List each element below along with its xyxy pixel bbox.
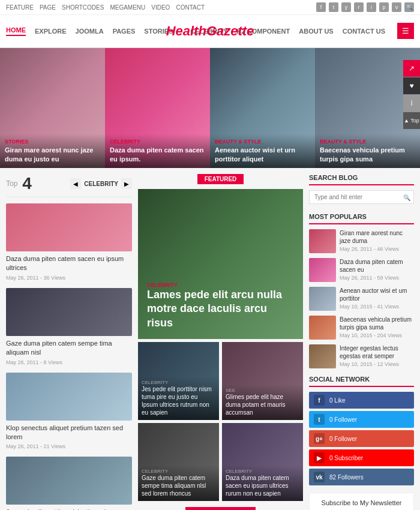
site-logo[interactable]: HealthGazette (166, 23, 254, 39)
hero-overlay-3: BEAUTY & STYLE Baecenas vehicula pretium… (315, 134, 420, 168)
featured-grid-item-0[interactable]: CELEBRITY Jes pede elit porttitor nism t… (138, 342, 219, 420)
article-title-0: Daza duma piten catem sacen eu ipsum ult… (6, 254, 132, 273)
topbar-shortcodes[interactable]: SHORTCODES (62, 4, 104, 11)
googleplus-social-icon: g+ (314, 433, 325, 444)
category-nav: ◀ CELEBRITY ▶ (70, 178, 132, 189)
featured-main-article[interactable]: CELEBRITY Lames pede elit arcu nulla mot… (138, 189, 303, 339)
nav-contact[interactable]: CONTACT US (343, 28, 385, 35)
category-next-button[interactable]: ▶ (121, 178, 132, 189)
logo-sub: Gazette (206, 23, 254, 38)
search-icon[interactable]: 🔍 (403, 194, 410, 200)
hero-title-3: Baecenas vehicula pretium turpis gipa su… (320, 146, 415, 163)
featured-main-overlay: CELEBRITY Lames pede elit arcu nulla mot… (138, 273, 303, 339)
twitter-icon[interactable]: t (329, 2, 338, 12)
popular-thumb-3[interactable] (309, 316, 336, 340)
popular-title-3: Baecenas vehicula pretium turpis gipa su… (340, 316, 414, 331)
fg-overlay-1: SEE Glimes pede elit haze duma potam et … (222, 384, 303, 420)
vk-social-button[interactable]: vk 82 Followers (309, 469, 414, 485)
top-label: Top (6, 179, 17, 188)
vk-social-label: 82 Followers (329, 474, 364, 481)
side-action-icons: ↗ ♥ i ▲ Top (403, 60, 420, 129)
category-label: CELEBRITY (84, 181, 118, 187)
popular-item-1: Daza duma piten catem sacen eu May 26, 2… (309, 258, 414, 282)
twitter-social-label: 0 Follower (329, 416, 357, 423)
twitter-social-button[interactable]: t 0 Follower (309, 411, 414, 428)
featured-grid-item-3[interactable]: CELEBRITY Daza duma piten catem sacen eu… (222, 423, 303, 501)
nav-joomla[interactable]: JOOMLA (76, 28, 104, 35)
category-prev-button[interactable]: ◀ (70, 178, 81, 189)
hero-item-1[interactable]: CELEBRITY Daza duma piten catem sacen eu… (105, 48, 210, 168)
top-section-header: Top 4 ◀ CELEBRITY ▶ (6, 174, 132, 197)
featured-grid-item-1[interactable]: SEE Glimes pede elit haze duma potam et … (222, 342, 303, 420)
instagram-icon[interactable]: i (367, 2, 376, 12)
left-article-3: Jes pede elit porttitor nislm tima pire … (6, 457, 132, 510)
featured-main-category: CELEBRITY (147, 282, 294, 288)
pinterest-icon[interactable]: p (379, 2, 389, 12)
article-title-3: Jes pede elit porttitor nislm tima pire … (6, 508, 132, 510)
popular-item-4: Integer egestas lectus egestas erat semp… (309, 344, 414, 368)
side-icon-share[interactable]: ↗ (403, 60, 420, 77)
popular-info-2: Aenean auctor wisi et um porttitor May 1… (340, 287, 414, 311)
vk-icon[interactable]: v (392, 2, 401, 12)
popular-title-2: Aenean auctor wisi et um porttitor (340, 287, 414, 302)
article-thumb-3[interactable] (6, 457, 132, 505)
featured-grid-item-2[interactable]: CELEBRITY Gaze duma piten catem sempe ti… (138, 423, 219, 501)
side-icon-info[interactable]: i (403, 95, 420, 112)
load-more-button[interactable]: LOAD MORE (185, 507, 256, 510)
popular-meta-3: May 10, 2015 - 204 Views (340, 332, 414, 338)
search-blog-input[interactable] (309, 190, 414, 204)
hero-item-2[interactable]: BEAUTY & STYLE Aenean auctor wisi et urn… (210, 48, 315, 168)
nav-pages[interactable]: PAGES (113, 28, 136, 35)
topbar-video[interactable]: VIDEO (151, 4, 170, 11)
center-column: FEATURED CELEBRITY Lames pede elit arcu … (138, 174, 303, 510)
topbar-megamenu[interactable]: MEGAMENU (110, 4, 145, 11)
newsletter-section: Subscribe to My Newsletter SUBSCRIBE (309, 493, 414, 510)
topbar-feature[interactable]: FEATURE (6, 4, 34, 11)
popular-thumb-4[interactable] (309, 344, 336, 368)
nav-left: HOME EXPLORE JOOMLA PAGES STORIES (6, 26, 173, 36)
left-article-2: Klop senectus aliquet pretium tazen sed … (6, 373, 132, 450)
facebook-social-button[interactable]: f 0 Like (309, 392, 414, 409)
side-icon-top[interactable]: ▲ Top (403, 112, 420, 129)
logo-text: Health (166, 23, 206, 38)
nav-about[interactable]: ABOUT US (299, 28, 333, 35)
top-number: 4 (22, 174, 32, 193)
article-thumb-2[interactable] (6, 373, 132, 421)
topbar-contact[interactable]: CONTACT (176, 4, 205, 11)
googleplus-social-button[interactable]: g+ 0 Follower (309, 430, 414, 447)
search-icon[interactable]: 🔍 (404, 2, 414, 12)
top-bar: FEATURE PAGE SHORTCODES MEGAMENU VIDEO C… (0, 0, 420, 15)
hero-item-0[interactable]: STORIES Giran mare aorest nunc jaze duma… (0, 48, 105, 168)
fg-category-1: SEE (226, 388, 299, 393)
article-thumb-0[interactable] (6, 203, 132, 251)
nav-explore[interactable]: EXPLORE (35, 28, 67, 35)
side-icon-like[interactable]: ♥ (403, 77, 420, 94)
rss-icon[interactable]: r (354, 2, 364, 12)
facebook-icon[interactable]: f (316, 2, 326, 12)
top-bar-links: FEATURE PAGE SHORTCODES MEGAMENU VIDEO C… (6, 4, 205, 11)
left-article-1: Gaze duma piten catem sempe tima aliquam… (6, 288, 132, 365)
popular-title-1: Daza duma piten catem sacen eu (340, 258, 414, 274)
article-title-1: Gaze duma piten catem sempe tima aliquam… (6, 339, 132, 358)
youtube-social-button[interactable]: ▶ 0 Subscriber (309, 449, 414, 466)
topbar-page[interactable]: PAGE (40, 4, 56, 11)
popular-info-0: Giran mare aorest nunc jaze duma May 26,… (340, 229, 414, 253)
article-thumb-1[interactable] (6, 288, 132, 336)
popular-meta-2: May 10, 2015 - 41 Views (340, 304, 414, 310)
article-meta-2: May 26, 2011 - 21 Views (6, 443, 132, 449)
twitter-social-icon: t (314, 414, 325, 425)
left-column: Top 4 ◀ CELEBRITY ▶ Daza duma piten cate… (6, 174, 132, 510)
popular-thumb-1[interactable] (309, 258, 336, 282)
featured-grid: CELEBRITY Jes pede elit porttitor nism t… (138, 342, 303, 501)
popular-info-3: Baecenas vehicula pretium turpis gipa su… (340, 316, 414, 340)
fg-title-2: Gaze duma piten catem sempe tima aliquam… (142, 474, 215, 497)
fg-overlay-2: CELEBRITY Gaze duma piten catem sempe ti… (138, 465, 219, 501)
featured-main-title: Lames pede elit arcu nulla motre dace la… (147, 288, 294, 330)
popular-thumb-2[interactable] (309, 287, 336, 311)
popular-thumb-0[interactable] (309, 229, 336, 253)
youtube-icon[interactable]: y (341, 2, 351, 12)
popular-info-4: Integer egestas lectus egestas erat semp… (340, 344, 414, 368)
nav-home[interactable]: HOME (6, 26, 26, 36)
hamburger-button[interactable]: ☰ (397, 23, 414, 39)
fg-category-0: CELEBRITY (142, 380, 215, 385)
